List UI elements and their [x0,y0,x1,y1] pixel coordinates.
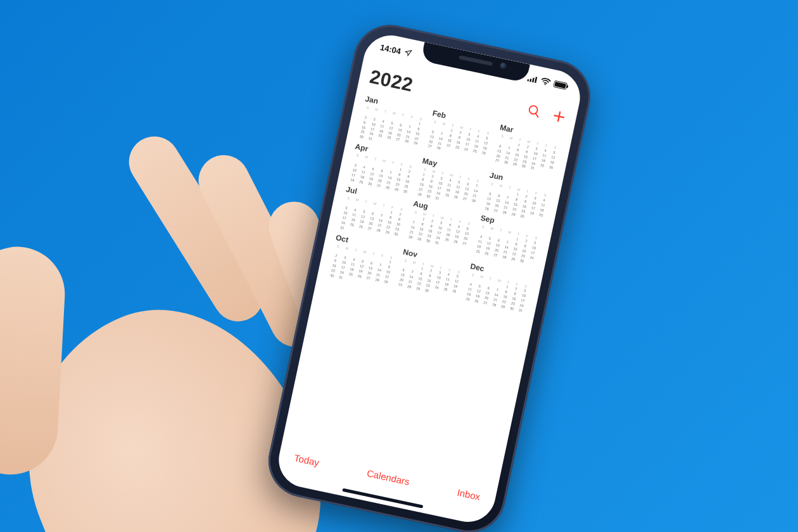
day-cell[interactable]: 25 [443,192,452,198]
day-cell[interactable]: 31 [365,136,374,142]
day-cell[interactable]: 26 [483,206,491,212]
day-cell[interactable]: 30 [424,238,433,244]
day-cell[interactable]: 31 [433,240,441,246]
day-cell[interactable]: 26 [547,164,555,170]
day-cell[interactable]: 26 [451,239,460,244]
day-cell[interactable]: 27 [396,282,405,288]
search-icon[interactable] [526,103,543,120]
day-cell[interactable]: 26 [452,194,460,200]
day-cell[interactable]: 27 [460,241,469,246]
month-feb[interactable]: FebSMTWTFS123456789101112131415161718192… [424,109,495,166]
day-cell[interactable]: 31 [516,308,525,314]
month-jan[interactable]: JanSMTWTFS123456789101112131415161718192… [357,94,428,151]
month-may[interactable]: MaySMTWTFS123456789101112131415161718192… [415,156,484,208]
day-cell[interactable]: 25 [441,286,450,292]
day-cell[interactable]: 29 [509,212,518,217]
month-oct[interactable]: OctSMTWTFS123456789101112131415161718192… [327,233,398,290]
day-cell[interactable]: 27 [491,208,500,213]
day-cell[interactable]: 30 [422,288,431,293]
day-cell[interactable]: 28 [402,139,411,144]
month-jun[interactable]: JunSMTWTFS123456789101112131415161718192… [483,171,552,223]
day-cell[interactable]: 25 [348,222,357,227]
inbox-button[interactable]: Inbox [457,486,481,502]
day-cell[interactable]: 30 [517,213,526,219]
day-cell[interactable]: 24 [348,177,357,183]
day-cell[interactable]: 27 [425,144,434,149]
day-cell[interactable]: 30 [424,193,433,199]
day-cell[interactable]: 24 [462,146,471,152]
day-cell[interactable]: 30 [327,272,336,278]
day-cell[interactable]: 28 [383,184,392,190]
day-cell[interactable]: 30 [507,306,516,312]
day-cell[interactable]: 31 [336,274,345,280]
day-cell[interactable]: 26 [479,150,488,156]
day-cell[interactable]: 25 [357,179,365,184]
day-cell[interactable]: 25 [376,133,384,139]
day-cell[interactable]: 27 [365,225,374,231]
month-jul[interactable]: JulSMTWTFS123456789101112131415161718192… [338,185,408,242]
day-cell[interactable]: 29 [498,304,507,310]
month-mar[interactable]: MarSMTWTFS123456789101112131415161718192… [491,123,562,180]
calendars-button[interactable]: Calendars [366,467,410,487]
day-cell[interactable]: 27 [491,252,500,258]
day-cell[interactable]: 25 [471,148,479,154]
day-cell[interactable]: 22 [444,142,453,148]
day-cell[interactable]: 29 [415,191,424,197]
month-aug[interactable]: AugSMTWTFS123456789101112131415161718192… [405,200,475,256]
day-cell[interactable]: 26 [384,135,393,141]
day-cell[interactable]: 31 [433,195,441,201]
day-cell[interactable]: 25 [538,162,547,168]
day-cell[interactable]: 28 [500,254,509,260]
day-cell[interactable]: 28 [502,160,510,165]
day-cell[interactable]: 30 [401,188,410,194]
day-cell[interactable]: 30 [519,163,528,169]
day-cell[interactable]: 29 [381,279,390,284]
day-cell[interactable]: 24 [432,284,441,290]
day-cell[interactable]: 27 [481,300,490,306]
day-cell[interactable]: 24 [528,255,536,260]
month-sep[interactable]: SepSMTWTFS123456789101112131415161718192… [472,213,543,270]
day-cell[interactable]: 25 [346,272,355,277]
month-dec[interactable]: DecSMTWTFS123456789101112131415161718192… [462,262,533,319]
month-apr[interactable]: AprSMTWTFS123456789101112131415161718192… [348,142,417,194]
calendar-year-view[interactable]: 2022 JanSMTWTFS1234567891011121314151617… [282,58,579,485]
day-cell[interactable]: 25 [463,296,472,302]
day-cell[interactable]: 24 [528,210,536,216]
day-cell[interactable]: 31 [528,165,536,171]
day-cell[interactable]: 28 [490,302,498,308]
day-cell[interactable]: 25 [442,237,451,243]
month-nov[interactable]: NovSMTWTFS123456789101112131415161718192… [395,247,465,304]
day-cell[interactable]: 29 [509,256,517,262]
day-cell[interactable]: 29 [415,236,424,242]
day-cell[interactable]: 27 [460,196,469,201]
day-cell[interactable]: 25 [473,248,482,254]
day-cell[interactable]: 29 [392,186,401,192]
day-cell[interactable]: 23 [453,144,462,150]
day-cell[interactable]: 29 [383,229,391,235]
day-cell[interactable]: 28 [405,284,414,289]
day-cell[interactable]: 30 [391,231,400,237]
day-cell[interactable]: 28 [469,198,478,203]
add-icon[interactable] [551,108,567,125]
day-cell[interactable]: 26 [472,298,481,304]
day-cell[interactable]: 26 [482,250,491,256]
day-cell[interactable]: 29 [414,286,422,291]
day-cell[interactable]: 30 [357,134,366,140]
day-cell[interactable]: 25 [536,212,545,218]
day-cell[interactable]: 29 [510,162,519,167]
day-cell[interactable]: 27 [374,182,383,188]
day-cell[interactable]: 29 [411,141,420,146]
day-cell[interactable]: 27 [493,158,502,163]
today-button[interactable]: Today [293,452,320,468]
day-cell[interactable]: 28 [434,146,443,151]
day-cell[interactable]: 28 [372,277,381,282]
day-cell[interactable]: 28 [500,210,509,215]
day-cell[interactable]: 28 [406,234,415,240]
day-cell[interactable]: 28 [374,227,383,233]
day-cell[interactable]: 31 [338,225,346,231]
day-cell[interactable]: 27 [364,276,372,281]
day-cell[interactable]: 26 [365,180,374,186]
day-cell[interactable]: 27 [393,137,402,142]
day-cell[interactable]: 30 [517,258,526,263]
day-cell[interactable]: 26 [357,224,365,229]
